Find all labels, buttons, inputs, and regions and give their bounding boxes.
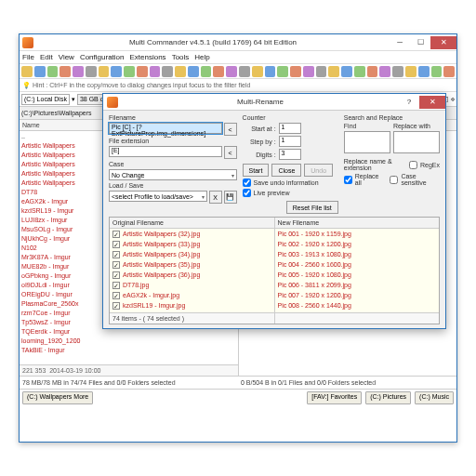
toolbar-icon[interactable] <box>316 66 327 77</box>
table-row[interactable]: Artistic Wallpapers (36).jpg <box>110 270 274 280</box>
table-row[interactable]: eAGX2k - Imgur.jpg <box>110 290 274 300</box>
toolbar-icon[interactable] <box>239 66 250 77</box>
reset-button[interactable]: Reset File list <box>286 201 338 214</box>
toolbar-icon[interactable] <box>99 66 110 77</box>
case-label: Case <box>109 161 237 167</box>
toolbar-icon[interactable] <box>226 66 237 77</box>
toolbar-icon[interactable] <box>175 66 186 77</box>
filename-menu-button[interactable]: < <box>224 123 237 136</box>
toolbar-icon[interactable] <box>47 66 59 77</box>
toolbar-icon[interactable] <box>418 66 430 77</box>
tab-left-0[interactable]: (C:) Wallpapers More <box>22 391 93 404</box>
counter-step-input[interactable]: 1 <box>279 136 301 147</box>
toolbar-icon[interactable] <box>303 66 314 77</box>
list-item[interactable]: looming_1920_1200 <box>21 337 236 346</box>
toolbar-icon[interactable] <box>73 66 84 77</box>
tabs-row: (C:) Wallpapers More [FAV:] Favorites (C… <box>20 390 456 406</box>
close-button[interactable]: ✕ <box>430 36 456 49</box>
table-row[interactable]: Pic 003 - 1913 x 1080.jpg <box>275 249 440 259</box>
table-row[interactable]: Artistic Wallpapers (33).jpg <box>110 239 274 249</box>
toolbar-icon[interactable] <box>86 66 97 77</box>
start-button[interactable]: Start <box>243 164 270 177</box>
list-item[interactable]: TAkBiE · Imgur <box>21 346 236 355</box>
toolbar-icon[interactable] <box>188 66 199 77</box>
case-select[interactable]: No Change <box>109 169 237 180</box>
dialog-help-button[interactable]: ? <box>399 96 419 109</box>
tab-right-1[interactable]: (C:) Pictures <box>365 391 411 404</box>
loadsave-save-button[interactable]: 💾 <box>224 191 237 204</box>
saveundo-check[interactable] <box>243 178 251 187</box>
toolbar-icon[interactable] <box>265 66 276 77</box>
tab-right-2[interactable]: (C:) Music <box>415 391 454 404</box>
table-body-right[interactable]: Pic 001 - 1920 x 1159.jpgPic 002 - 1920 … <box>275 229 440 312</box>
undo-button[interactable]: Undo <box>304 164 333 177</box>
livepreview-check[interactable] <box>243 189 251 197</box>
toolbar-icon[interactable] <box>328 66 339 77</box>
toolbar-icon[interactable] <box>341 66 352 77</box>
table-row[interactable]: Artistic Wallpapers (34).jpg <box>110 249 274 259</box>
dialog-icon <box>107 97 118 108</box>
toolbar-icon[interactable] <box>277 66 288 77</box>
toolbar-icon[interactable] <box>150 66 161 77</box>
toolbar-icon[interactable] <box>443 66 455 77</box>
toolbar-icon[interactable] <box>379 66 390 77</box>
replace-input[interactable] <box>393 131 440 153</box>
close-button-dlg[interactable]: Close <box>271 164 301 177</box>
toolbar-icon[interactable] <box>392 66 403 77</box>
table-body-left[interactable]: Artistic Wallpapers (32).jpgArtistic Wal… <box>110 229 274 312</box>
table-status: 74 items - ( 74 selected ) <box>110 312 274 324</box>
replaceall-check[interactable] <box>344 176 352 184</box>
table-row[interactable]: DT78.jpg <box>110 280 274 290</box>
table-row[interactable]: kzdSRL19 - Imgur.jpg <box>110 300 274 311</box>
menu-tools[interactable]: Tools <box>172 53 190 61</box>
dialog-close-button[interactable]: ✕ <box>419 96 445 109</box>
toolbar-icon[interactable] <box>252 66 263 77</box>
toolbar-icon[interactable] <box>405 66 416 77</box>
toolbar-icon[interactable] <box>431 66 443 77</box>
toolbar-icon[interactable] <box>60 66 71 77</box>
toolbar-icon[interactable] <box>162 66 173 77</box>
menu-file[interactable]: File <box>22 53 34 61</box>
toolbar-icon[interactable] <box>354 66 365 77</box>
toolbar-icon[interactable] <box>367 66 378 77</box>
table-row[interactable]: Pic 008 - 2560 x 1440.jpg <box>275 300 440 311</box>
regex-check[interactable] <box>409 161 417 169</box>
toolbar-icon[interactable] <box>34 66 46 77</box>
toolbar-icon[interactable] <box>21 66 33 77</box>
toolbar-icon[interactable] <box>111 66 122 77</box>
loadsave-x-button[interactable]: X <box>209 191 222 204</box>
loadsave-select[interactable]: <select Profile to load/save> <box>109 191 207 202</box>
counter-start-input[interactable]: 1 <box>279 123 301 134</box>
counter-digits-input[interactable]: 3 <box>279 149 301 160</box>
menu-configuration[interactable]: Configuration <box>80 53 125 61</box>
drive-select-left[interactable]: (C:) Local Disk <box>21 94 70 105</box>
maximize-button[interactable]: ☐ <box>410 36 430 49</box>
table-row[interactable]: Pic 005 - 1920 x 1080.jpg <box>275 270 440 280</box>
toolbar-icon[interactable] <box>213 66 224 77</box>
toolbar-icon[interactable] <box>290 66 301 77</box>
find-input[interactable] <box>344 131 390 153</box>
menu-extensions[interactable]: Extensions <box>129 53 165 61</box>
toolbar-icon[interactable] <box>124 66 135 77</box>
toolbar-icon[interactable] <box>137 66 148 77</box>
table-head-right[interactable]: New Filename <box>275 218 440 229</box>
table-row[interactable]: Pic 006 - 3811 x 2099.jpg <box>275 280 440 290</box>
table-row[interactable]: Pic 002 - 1920 x 1200.jpg <box>275 239 440 249</box>
tab-right-0[interactable]: [FAV:] Favorites <box>307 391 362 404</box>
menu-edit[interactable]: Edit <box>40 53 53 61</box>
menu-help[interactable]: Help <box>194 53 209 61</box>
filename-input[interactable]: Pic [C] - [?ExtPictureProp.img_dimension… <box>109 123 222 134</box>
toolbar-icon[interactable] <box>201 66 212 77</box>
menu-view[interactable]: View <box>59 53 74 61</box>
casesens-check[interactable] <box>390 176 398 184</box>
table-row[interactable]: Artistic Wallpapers (35).jpg <box>110 259 274 270</box>
minimize-button[interactable]: ─ <box>390 36 410 49</box>
table-row[interactable]: Pic 007 - 1920 x 1200.jpg <box>275 290 440 300</box>
fileext-input[interactable]: [E] <box>109 146 222 157</box>
table-row[interactable]: Pic 004 - 2560 x 1600.jpg <box>275 259 440 270</box>
title-bar: Multi Commander v4.5.1 (build 1769) 64 b… <box>20 34 456 51</box>
table-row[interactable]: Artistic Wallpapers (32).jpg <box>110 229 274 239</box>
fileext-menu-button[interactable]: < <box>224 146 237 159</box>
table-row[interactable]: Pic 001 - 1920 x 1159.jpg <box>275 229 440 239</box>
table-head-left[interactable]: Original Filename <box>110 218 274 229</box>
